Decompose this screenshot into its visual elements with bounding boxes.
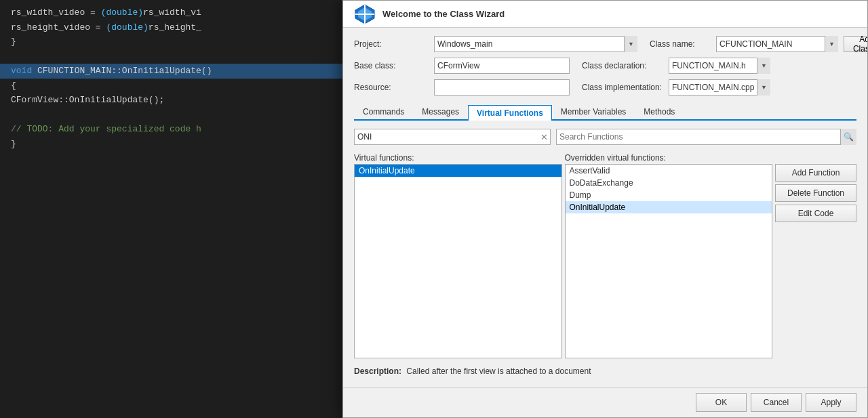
resource-input[interactable] <box>434 79 570 96</box>
code-line-10: } <box>0 137 342 152</box>
description-text: Called after the first view is attached … <box>406 367 591 376</box>
add-function-button[interactable]: Add Function <box>775 164 856 182</box>
tab-commands[interactable]: Commands <box>354 104 413 119</box>
project-select[interactable]: Windows_main <box>434 36 637 52</box>
dialog-footer: OK Cancel Apply <box>343 387 867 417</box>
class-declaration-label: Class declaration: <box>582 61 663 70</box>
list-item[interactable]: DoDataExchange <box>566 177 772 189</box>
base-class-label: Base class: <box>354 61 429 70</box>
action-buttons: Add Function Delete Function Edit Code <box>775 152 856 358</box>
code-line-7: CFormView::OnInitialUpdate(); <box>0 93 342 108</box>
virtual-functions-header: Virtual functions: <box>354 152 565 164</box>
description-row: Description: Called after the first view… <box>354 364 856 379</box>
search-input-wrapper: 🔍 <box>556 129 856 145</box>
filter-input[interactable] <box>354 129 551 145</box>
overridden-functions-column: Overridden virtual functions: AssertVali… <box>565 152 776 358</box>
add-class-label: Add Class... <box>844 37 867 51</box>
project-select-wrapper: Windows_main ▼ <box>434 36 637 52</box>
virtual-functions-column: Virtual functions: OnInitialUpdate <box>354 152 565 358</box>
code-line-2: rs_height_video = (double)rs_height_ <box>0 20 342 35</box>
search-input[interactable] <box>556 129 856 145</box>
dialog-title: Welcome to the Class Wizard <box>382 9 505 19</box>
base-class-row: Base class: Class declaration: FUNCTION_… <box>354 58 856 74</box>
code-line-5: void CFUNCTION_MAIN::OnInitialUpdate() <box>0 64 342 79</box>
code-line-1: rs_width_video = (double)rs_width_vi <box>0 5 342 20</box>
delete-function-button[interactable]: Delete Function <box>775 184 856 202</box>
tab-methods[interactable]: Methods <box>635 104 684 119</box>
description-label: Description: <box>354 367 401 376</box>
code-line-8 <box>0 108 342 123</box>
class-name-label: Class name: <box>650 39 711 49</box>
code-editor: rs_width_video = (double)rs_width_vi rs_… <box>0 0 342 418</box>
cancel-button[interactable]: Cancel <box>751 393 802 412</box>
ok-button[interactable]: OK <box>696 393 747 412</box>
overridden-functions-list[interactable]: AssertValid DoDataExchange Dump OnInitia… <box>565 164 773 358</box>
filter-input-wrapper: ✕ <box>354 129 551 145</box>
list-item[interactable]: Dump <box>566 189 772 201</box>
class-wizard-dialog: Welcome to the Class Wizard Project: Win… <box>342 0 868 418</box>
code-line-3: } <box>0 35 342 49</box>
add-class-button[interactable]: Add Class... ▼ <box>844 36 867 52</box>
project-label: Project: <box>354 39 429 49</box>
search-button[interactable]: 🔍 <box>840 129 856 145</box>
resource-row: Resource: Class implementation: FUNCTION… <box>354 79 856 96</box>
list-item[interactable]: AssertValid <box>566 165 772 177</box>
class-implementation-label: Class implementation: <box>582 83 663 92</box>
dialog-titlebar: Welcome to the Class Wizard <box>343 1 867 28</box>
class-implementation-select[interactable]: FUNCTION_MAIN.cpp <box>669 79 770 96</box>
class-implementation-wrapper: FUNCTION_MAIN.cpp ▼ <box>669 79 770 96</box>
code-line-4 <box>0 49 342 64</box>
filter-row: ✕ 🔍 <box>354 129 856 145</box>
code-line-6: { <box>0 79 342 93</box>
overridden-functions-header: Overridden virtual functions: <box>565 152 776 164</box>
tab-messages[interactable]: Messages <box>413 104 468 119</box>
edit-code-button[interactable]: Edit Code <box>775 205 856 222</box>
tabs-row: Commands Messages Virtual Functions Memb… <box>354 104 856 121</box>
class-name-select-wrapper: CFUNCTION_MAIN ▼ <box>716 36 838 52</box>
wizard-logo-icon <box>354 3 376 25</box>
class-declaration-select[interactable]: FUNCTION_MAIN.h <box>669 58 770 74</box>
list-item[interactable]: OnInitialUpdate <box>566 201 772 213</box>
class-name-select[interactable]: CFUNCTION_MAIN <box>716 36 838 52</box>
project-row: Project: Windows_main ▼ Class name: CFUN… <box>354 36 856 52</box>
list-item[interactable]: OnInitialUpdate <box>355 165 561 177</box>
filter-clear-icon[interactable]: ✕ <box>540 133 548 142</box>
dialog-body: Project: Windows_main ▼ Class name: CFUN… <box>343 28 867 387</box>
resource-label: Resource: <box>354 83 429 92</box>
apply-button[interactable]: Apply <box>806 393 856 412</box>
class-declaration-wrapper: FUNCTION_MAIN.h ▼ <box>669 58 770 74</box>
lists-and-actions: Virtual functions: OnInitialUpdate Overr… <box>354 152 856 358</box>
tab-virtual-functions[interactable]: Virtual Functions <box>468 105 552 121</box>
code-line-9: // TODO: Add your specialized code h <box>0 122 342 137</box>
tab-member-variables[interactable]: Member Variables <box>552 104 635 119</box>
virtual-functions-list[interactable]: OnInitialUpdate <box>354 164 562 358</box>
base-class-input[interactable] <box>434 58 570 74</box>
